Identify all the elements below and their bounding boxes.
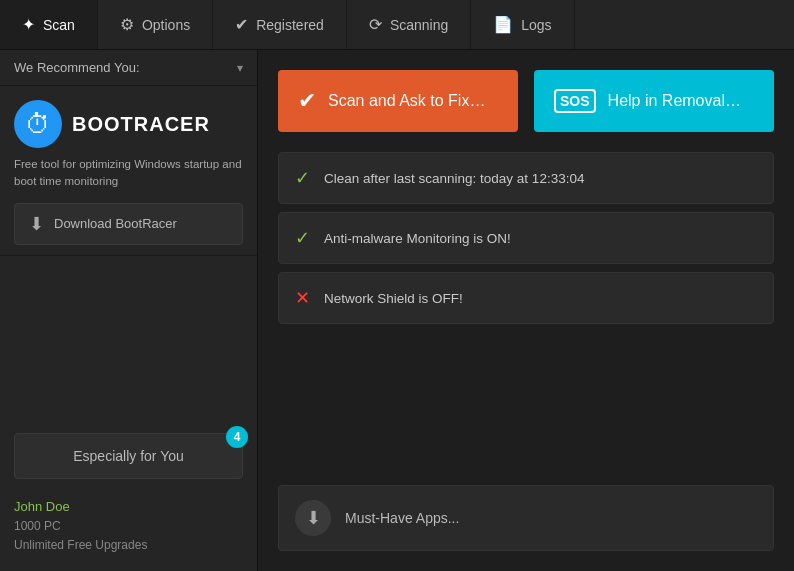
- content-area: ✔ Scan and Ask to Fix… SOS Help in Remov…: [258, 50, 794, 571]
- user-name: John Doe: [14, 499, 243, 514]
- status-antimalware-text: Anti-malware Monitoring is ON!: [324, 231, 511, 246]
- scan-check-icon: ✔: [298, 88, 316, 114]
- main-layout: We Recommend You: ▾ ⏱ BOOTRACER Free too…: [0, 50, 794, 571]
- promo-title-row: ⏱ BOOTRACER: [14, 100, 243, 148]
- tab-scan-label: Scan: [43, 17, 75, 33]
- clock-icon: ⏱: [25, 109, 51, 140]
- scan-tab-icon: ✦: [22, 15, 35, 34]
- especially-for-you-button[interactable]: Especially for You 4: [14, 433, 243, 479]
- registered-tab-icon: ✔: [235, 15, 248, 34]
- help-in-removal-button[interactable]: SOS Help in Removal…: [534, 70, 774, 132]
- scanning-tab-icon: ⟳: [369, 15, 382, 34]
- help-button-label: Help in Removal…: [608, 92, 741, 110]
- status-item-clean: ✓ Clean after last scanning: today at 12…: [278, 152, 774, 204]
- recommend-header: We Recommend You: ▾: [0, 50, 257, 86]
- scan-and-fix-button[interactable]: ✔ Scan and Ask to Fix…: [278, 70, 518, 132]
- scan-button-label: Scan and Ask to Fix…: [328, 92, 485, 110]
- sidebar: We Recommend You: ▾ ⏱ BOOTRACER Free too…: [0, 50, 258, 571]
- promo-name: BOOTRACER: [72, 113, 210, 136]
- must-have-icon: ⬇: [295, 500, 331, 536]
- check-icon-antimalware: ✓: [295, 227, 310, 249]
- check-icon-clean: ✓: [295, 167, 310, 189]
- tab-scanning-label: Scanning: [390, 17, 448, 33]
- status-clean-text: Clean after last scanning: today at 12:3…: [324, 171, 584, 186]
- topbar: ✦ Scan ⚙ Options ✔ Registered ⟳ Scanning…: [0, 0, 794, 50]
- status-item-network: ✕ Network Shield is OFF!: [278, 272, 774, 324]
- x-icon-network: ✕: [295, 287, 310, 309]
- tab-options[interactable]: ⚙ Options: [98, 0, 213, 49]
- download-label: Download BootRacer: [54, 216, 177, 231]
- recommend-label: We Recommend You:: [14, 60, 140, 75]
- sidebar-bottom: Especially for You 4 John Doe 1000 PC Un…: [0, 256, 257, 572]
- must-have-label: Must-Have Apps...: [345, 510, 459, 526]
- chevron-down-icon[interactable]: ▾: [237, 61, 243, 75]
- tab-scan[interactable]: ✦ Scan: [0, 0, 98, 49]
- options-tab-icon: ⚙: [120, 15, 134, 34]
- status-list: ✓ Clean after last scanning: today at 12…: [278, 152, 774, 324]
- promo-description: Free tool for optimizing Windows startup…: [14, 156, 243, 191]
- especially-label: Especially for You: [73, 448, 184, 464]
- user-info: John Doe 1000 PC Unlimited Free Upgrades: [0, 489, 257, 571]
- logs-tab-icon: 📄: [493, 15, 513, 34]
- sos-icon: SOS: [554, 89, 596, 113]
- especially-badge: 4: [226, 426, 248, 448]
- promo-card: ⏱ BOOTRACER Free tool for optimizing Win…: [0, 86, 257, 256]
- tab-registered[interactable]: ✔ Registered: [213, 0, 347, 49]
- status-item-antimalware: ✓ Anti-malware Monitoring is ON!: [278, 212, 774, 264]
- user-upgrade: Unlimited Free Upgrades: [14, 536, 243, 555]
- status-network-text: Network Shield is OFF!: [324, 291, 463, 306]
- tab-options-label: Options: [142, 17, 190, 33]
- tab-scanning[interactable]: ⟳ Scanning: [347, 0, 471, 49]
- must-have-apps-button[interactable]: ⬇ Must-Have Apps...: [278, 485, 774, 551]
- download-icon: ⬇: [29, 213, 44, 235]
- user-plan: 1000 PC: [14, 517, 243, 536]
- download-bootracer-button[interactable]: ⬇ Download BootRacer: [14, 203, 243, 245]
- tab-logs-label: Logs: [521, 17, 551, 33]
- promo-logo: ⏱: [14, 100, 62, 148]
- tab-logs[interactable]: 📄 Logs: [471, 0, 574, 49]
- tab-registered-label: Registered: [256, 17, 324, 33]
- action-buttons-row: ✔ Scan and Ask to Fix… SOS Help in Remov…: [278, 70, 774, 132]
